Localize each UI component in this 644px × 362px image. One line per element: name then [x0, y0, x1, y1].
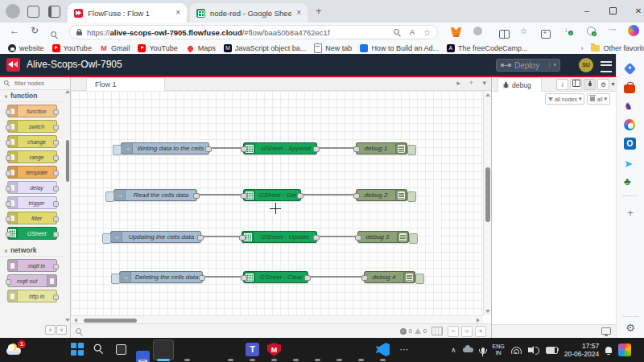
tab-flow1[interactable]: Flow 1	[86, 77, 165, 91]
output-port[interactable]	[313, 235, 320, 241]
zoom-out-button[interactable]: −	[448, 326, 459, 337]
collections-icon[interactable]	[541, 27, 551, 42]
open-debug-window-icon[interactable]	[601, 327, 611, 335]
palette-node-gsheet[interactable]: GSheet	[7, 227, 57, 240]
help-tab-icon[interactable]	[570, 79, 582, 90]
window-minimize-icon[interactable]: –	[573, 0, 601, 21]
palette-node-function[interactable]: function	[7, 105, 57, 117]
zoom-reset-button[interactable]: ○	[461, 326, 473, 337]
tab-debug[interactable]: debug	[497, 77, 542, 92]
downloads-icon[interactable]: ↓✓	[564, 26, 572, 34]
tab-close-icon[interactable]: ×	[175, 9, 180, 17]
read-aloud-icon[interactable]: A	[410, 28, 415, 36]
add-flow-icon[interactable]: +	[469, 79, 473, 87]
clear-messages-button[interactable]: all▾	[587, 93, 610, 105]
inject-node-row1[interactable]: → Writing data to the cells	[121, 142, 209, 154]
tray-expand-icon[interactable]: ∧	[451, 346, 456, 354]
gsheet-append-node[interactable]: GSheet - Append	[243, 142, 317, 154]
palette-collapse-all-button[interactable]: ∧	[45, 325, 56, 335]
notifications-bell-icon[interactable]	[605, 347, 612, 353]
bookmarks-overflow-icon[interactable]: ›	[580, 44, 583, 52]
palette-node-mqtt-in[interactable]: mqtt in	[7, 259, 57, 272]
canvas-horizontal-scrollbar[interactable]	[71, 315, 483, 323]
bookmark-website[interactable]: website	[8, 44, 44, 52]
palette-node-range[interactable]: range	[7, 150, 57, 163]
sidebar-games-icon[interactable]: ♞	[624, 101, 637, 113]
input-port[interactable]	[353, 146, 360, 152]
output-port[interactable]	[199, 275, 205, 281]
sidebar-toolbox-icon[interactable]	[624, 82, 637, 95]
gsheet-update-node[interactable]: GSheet - Update	[242, 231, 317, 243]
palette-node-trigger[interactable]: trigger	[7, 196, 57, 209]
debug-node-row3[interactable]: debug 3	[357, 231, 409, 243]
input-port[interactable]	[361, 275, 368, 281]
sidebar-more-icon[interactable]: ▾	[610, 79, 616, 90]
input-port[interactable]	[241, 146, 247, 152]
split-screen-icon[interactable]	[499, 27, 510, 42]
address-bar[interactable]: https://alive-scops-owl-7905.flowfuse.cl…	[69, 25, 438, 39]
bookmark-new-tab[interactable]: New tab	[314, 43, 352, 53]
teams-icon[interactable]: T	[246, 343, 259, 356]
gsheet-get-node[interactable]: GSheet - Get	[243, 189, 301, 201]
deploy-button[interactable]: Deploy ▾	[496, 59, 560, 72]
palette-node-filter[interactable]: filter	[7, 212, 57, 224]
extension-icon[interactable]	[473, 27, 482, 35]
sidebar-tag-icon[interactable]	[624, 63, 637, 76]
canvas-search-icon[interactable]	[76, 324, 83, 339]
debug-node-row2[interactable]: debug 2	[356, 189, 407, 201]
zoom-in-button[interactable]: +	[475, 326, 486, 337]
bookmark-mdn[interactable]: MJavaScript object ba...	[224, 44, 307, 52]
config-tab-icon[interactable]: ⚙	[597, 79, 609, 90]
bookmark-youtube-2[interactable]: YouTube	[138, 44, 177, 52]
taskbar-weather-widget[interactable]: 1	[6, 343, 21, 355]
window-restore-icon[interactable]	[599, 0, 626, 21]
sidebar-tree-icon[interactable]: ♣	[624, 174, 637, 187]
palette-node-delay[interactable]: delay	[7, 181, 57, 194]
refresh-icon[interactable]: ↻	[31, 25, 39, 36]
bookmark-freecodecamp[interactable]: AThe freeCodeCamp...	[447, 44, 528, 52]
output-port[interactable]	[297, 193, 303, 199]
new-tab-icon[interactable]: +	[316, 5, 322, 17]
input-port[interactable]	[353, 193, 360, 199]
tab-google-sheets[interactable]: node-red - Google Sheets ×	[190, 3, 308, 23]
info-tab-icon[interactable]: i	[556, 79, 568, 90]
bookmark-how-to[interactable]: How to Build an Ad...	[360, 44, 439, 52]
palette-section-function[interactable]: ∨function	[0, 90, 64, 102]
sidebar-m365-icon[interactable]	[624, 119, 637, 132]
palette-node-template[interactable]: template	[7, 166, 57, 179]
onedrive-icon[interactable]	[463, 348, 473, 352]
inject-button[interactable]	[105, 191, 114, 202]
input-port[interactable]	[241, 275, 247, 281]
flow-list-icon[interactable]: ▾	[482, 79, 486, 87]
task-view-icon[interactable]	[114, 343, 128, 356]
tab-flowfuse[interactable]: FlowFuse : Flow 1 ×	[68, 3, 187, 23]
debug-toggle-button[interactable]	[409, 233, 418, 244]
clock[interactable]: 17:5720-06-2024	[564, 342, 599, 358]
output-port[interactable]	[205, 146, 212, 152]
home-search-icon[interactable]	[51, 27, 58, 42]
output-port[interactable]	[197, 235, 204, 241]
deploy-caret-icon[interactable]: ▾	[549, 62, 559, 68]
debug-node-row1[interactable]: debug 1	[356, 142, 407, 154]
start-button-icon[interactable]	[71, 343, 85, 356]
window-close-icon[interactable]: ✕	[625, 0, 644, 21]
bookmark-youtube[interactable]: YouTube	[52, 44, 92, 52]
browser-essentials-icon[interactable]: ✓	[587, 27, 596, 35]
tab-close-icon[interactable]: ×	[296, 9, 301, 17]
palette-search-input[interactable]	[13, 79, 66, 88]
debug-messages-area[interactable]	[492, 106, 616, 324]
sidebar-drop-icon[interactable]: ➤	[624, 156, 637, 169]
debug-toggle-button[interactable]	[415, 274, 424, 284]
sidebar-settings-icon[interactable]: ⚙	[624, 322, 637, 335]
profile-avatar-icon[interactable]	[6, 4, 20, 19]
sidebar-outlook-icon[interactable]: O	[624, 138, 637, 150]
inject-button[interactable]	[113, 145, 122, 155]
inject-button[interactable]	[111, 274, 120, 284]
palette-node-mqtt-out[interactable]: mqtt out	[7, 274, 57, 287]
input-port[interactable]	[241, 193, 247, 199]
inject-button[interactable]	[102, 233, 111, 244]
metamask-extension-icon[interactable]	[451, 26, 461, 40]
microphone-icon[interactable]	[481, 348, 485, 353]
inject-node-row2[interactable]: → Read the cells data	[114, 189, 197, 201]
wifi-icon[interactable]	[511, 346, 522, 354]
